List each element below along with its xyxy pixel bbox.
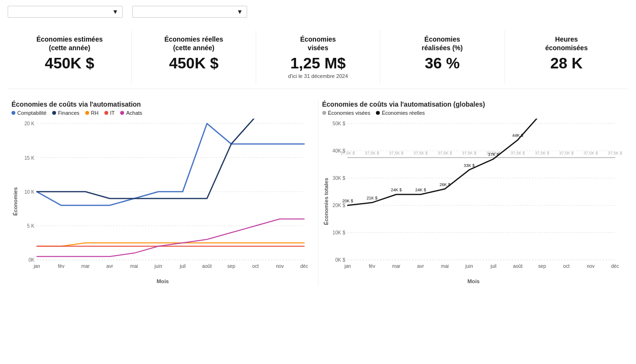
svg-text:15 K: 15 K xyxy=(24,155,34,160)
legend-label: Comptabilité xyxy=(17,110,46,116)
svg-text:mar: mar xyxy=(81,263,90,268)
legend-item: Économies visées xyxy=(322,110,371,116)
svg-text:Mois: Mois xyxy=(157,278,169,284)
legend-item: Finances xyxy=(52,110,80,116)
kpi-card-realized_pct: Économiesréalisées (%) 36 % xyxy=(380,30,504,84)
svg-text:oct: oct xyxy=(252,263,259,268)
svg-text:37K $: 37K $ xyxy=(488,152,499,157)
chart-right-title: Économies de coûts via l'automatisation … xyxy=(322,100,625,108)
chart-left-legend: ComptabilitéFinancesRHITAchats xyxy=(11,110,314,116)
svg-text:avr: avr xyxy=(417,263,424,268)
projets-select[interactable]: ▼ xyxy=(132,6,247,18)
svg-text:21K $: 21K $ xyxy=(366,196,377,200)
chart-right-legend: Économies viséesÉconomies réelles xyxy=(322,110,625,116)
svg-text:juil: juil xyxy=(490,263,496,268)
chart-left-svg: 0K5 K10 K15 K20 Kjanfévmaravrmaijuinjuil… xyxy=(11,119,314,284)
svg-text:Économies: Économies xyxy=(12,187,18,216)
svg-text:33K $: 33K $ xyxy=(464,163,475,168)
svg-text:déc: déc xyxy=(611,263,618,268)
legend-dot-icon xyxy=(11,111,15,115)
kpi-title-real: Économies réelles(cette année) xyxy=(139,35,248,52)
svg-text:juil: juil xyxy=(179,263,185,268)
svg-text:oct: oct xyxy=(563,263,569,268)
svg-text:juin: juin xyxy=(465,263,473,268)
filters-row: ▼ ▼ xyxy=(8,5,628,18)
svg-text:mar: mar xyxy=(392,263,400,268)
legend-label: Économies visées xyxy=(328,110,371,116)
legend-dot-icon xyxy=(85,111,89,115)
svg-text:0K: 0K xyxy=(28,257,34,263)
chart-right-svg: 0K $10K $20K $30K $40K $50K $janfévmarav… xyxy=(322,119,625,284)
svg-text:mai: mai xyxy=(130,263,138,268)
legend-label: IT xyxy=(110,110,115,116)
svg-text:jan: jan xyxy=(33,263,40,268)
svg-text:août: août xyxy=(202,263,212,268)
svg-text:44K $: 44K $ xyxy=(512,133,523,138)
svg-text:nov: nov xyxy=(587,263,595,268)
kpi-card-hours: Heureséconomisées 28 K xyxy=(505,30,628,84)
svg-text:24K $: 24K $ xyxy=(415,188,426,192)
svg-text:37,5K $: 37,5K $ xyxy=(535,151,549,155)
svg-text:juin: juin xyxy=(154,263,162,268)
svg-text:37,5K $: 37,5K $ xyxy=(389,151,403,155)
svg-text:nov: nov xyxy=(276,263,284,268)
chart-left-area: 0K5 K10 K15 K20 Kjanfévmaravrmaijuinjuil… xyxy=(11,119,314,286)
svg-text:37,5K $: 37,5K $ xyxy=(583,151,598,155)
svg-text:37,5K $: 37,5K $ xyxy=(364,151,379,155)
svg-text:50K $: 50K $ xyxy=(332,121,345,126)
svg-text:24K $: 24K $ xyxy=(391,188,402,192)
departement-filter: ▼ xyxy=(8,5,123,18)
svg-text:37,5K $: 37,5K $ xyxy=(438,151,452,155)
kpi-subtitle-target: d'ici le 31 décembre 2024 xyxy=(264,73,372,79)
legend-item: Achats xyxy=(120,110,142,116)
kpi-card-real: Économies réelles(cette année) 450K $ xyxy=(132,30,256,84)
chart-left-container: Économies de coûts via l'automatisation … xyxy=(8,100,318,286)
kpi-title-hours: Heureséconomisées xyxy=(512,35,621,52)
svg-text:20K $: 20K $ xyxy=(332,203,345,208)
svg-text:20 K: 20 K xyxy=(24,121,34,126)
projets-chevron-icon: ▼ xyxy=(237,8,243,15)
departement-chevron-icon: ▼ xyxy=(112,8,118,15)
legend-label: RH xyxy=(91,110,99,116)
kpi-value-real: 450K $ xyxy=(139,55,248,72)
kpi-card-target: Économiesvisées 1,25 M$ d'ici le 31 déce… xyxy=(256,30,380,84)
svg-text:37,5K $: 37,5K $ xyxy=(608,151,622,155)
departement-select[interactable]: ▼ xyxy=(8,6,123,18)
svg-text:fév: fév xyxy=(58,263,65,268)
svg-text:37,5K $: 37,5K $ xyxy=(413,151,428,155)
legend-label: Achats xyxy=(126,110,142,116)
legend-dot-icon xyxy=(104,111,108,115)
legend-dot-icon xyxy=(52,111,56,115)
svg-text:sep: sep xyxy=(227,263,236,268)
svg-text:mai: mai xyxy=(441,263,448,268)
kpi-title-realized_pct: Économiesréalisées (%) xyxy=(388,35,496,52)
legend-label: Finances xyxy=(58,110,80,116)
svg-text:jan: jan xyxy=(344,263,351,268)
kpi-value-realized_pct: 36 % xyxy=(388,55,496,72)
projets-filter: ▼ xyxy=(132,5,247,18)
kpi-title-estimated: Économies estimées(cette année) xyxy=(15,35,124,52)
svg-text:0K $: 0K $ xyxy=(335,257,345,263)
kpi-value-estimated: 450K $ xyxy=(15,55,124,72)
svg-text:10K $: 10K $ xyxy=(332,230,345,235)
svg-text:20K $: 20K $ xyxy=(342,199,353,203)
svg-text:37,5K $: 37,5K $ xyxy=(462,151,476,155)
legend-item: IT xyxy=(104,110,115,116)
legend-item: Comptabilité xyxy=(11,110,46,116)
svg-text:30K $: 30K $ xyxy=(332,176,345,181)
svg-text:5 K: 5 K xyxy=(27,223,34,229)
svg-text:fév: fév xyxy=(368,263,375,268)
svg-text:26K $: 26K $ xyxy=(439,182,450,187)
legend-item: Économies réelles xyxy=(376,110,425,116)
svg-text:37,5K $: 37,5K $ xyxy=(511,151,525,155)
legend-dot-icon xyxy=(322,111,326,115)
dashboard: ▼ ▼ Économies estimées(cette année) 450K… xyxy=(0,0,636,364)
svg-text:sep: sep xyxy=(538,263,546,268)
kpi-title-target: Économiesvisées xyxy=(264,35,372,52)
svg-text:déc: déc xyxy=(300,263,308,268)
legend-item: RH xyxy=(85,110,99,116)
charts-row: Économies de coûts via l'automatisation … xyxy=(8,100,628,286)
svg-text:Mois: Mois xyxy=(467,278,479,284)
legend-label: Économies réelles xyxy=(382,110,425,116)
svg-text:37,5K $: 37,5K $ xyxy=(341,151,355,155)
